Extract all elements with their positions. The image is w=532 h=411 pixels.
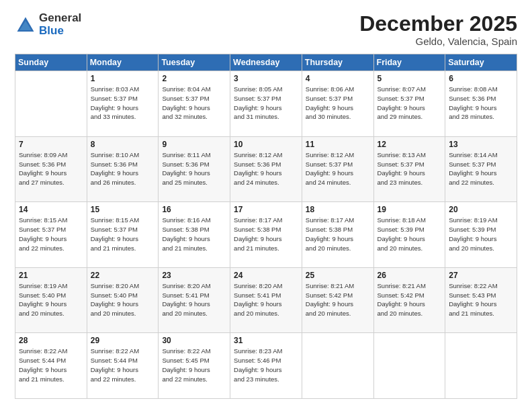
calendar-cell: 23Sunrise: 8:20 AM Sunset: 5:41 PM Dayli… <box>159 267 230 333</box>
day-of-week-header: Thursday <box>302 54 373 71</box>
logo-general: General <box>39 12 81 25</box>
day-detail: Sunrise: 8:22 AM Sunset: 5:45 PM Dayligh… <box>162 347 226 383</box>
day-number: 8 <box>91 140 155 149</box>
calendar-cell <box>373 333 445 399</box>
day-detail: Sunrise: 8:23 AM Sunset: 5:46 PM Dayligh… <box>234 347 298 383</box>
day-number: 3 <box>234 74 298 83</box>
calendar-cell: 28Sunrise: 8:22 AM Sunset: 5:44 PM Dayli… <box>15 333 87 399</box>
day-number: 19 <box>378 205 442 214</box>
day-number: 9 <box>162 140 226 149</box>
day-of-week-header: Sunday <box>15 54 87 71</box>
day-of-week-header: Tuesday <box>159 54 230 71</box>
day-detail: Sunrise: 8:21 AM Sunset: 5:42 PM Dayligh… <box>306 281 370 318</box>
day-of-week-header: Wednesday <box>230 54 302 71</box>
day-number: 14 <box>19 205 83 214</box>
day-number: 12 <box>378 140 442 149</box>
calendar-cell: 18Sunrise: 8:17 AM Sunset: 5:38 PM Dayli… <box>302 202 373 268</box>
logo-icon <box>15 15 36 36</box>
calendar-body: 1Sunrise: 8:03 AM Sunset: 5:37 PM Daylig… <box>15 71 517 399</box>
calendar-cell: 6Sunrise: 8:08 AM Sunset: 5:36 PM Daylig… <box>445 71 517 137</box>
day-number: 6 <box>449 74 513 83</box>
day-detail: Sunrise: 8:07 AM Sunset: 5:37 PM Dayligh… <box>378 85 442 122</box>
calendar-cell: 20Sunrise: 8:19 AM Sunset: 5:39 PM Dayli… <box>445 202 517 268</box>
logo-blue: Blue <box>39 25 81 38</box>
calendar-cell: 13Sunrise: 8:14 AM Sunset: 5:37 PM Dayli… <box>445 136 517 202</box>
calendar-cell: 1Sunrise: 8:03 AM Sunset: 5:37 PM Daylig… <box>87 71 159 137</box>
title-month: December 2025 <box>359 12 517 36</box>
calendar-cell: 27Sunrise: 8:22 AM Sunset: 5:43 PM Dayli… <box>445 267 517 333</box>
calendar-cell: 12Sunrise: 8:13 AM Sunset: 5:37 PM Dayli… <box>373 136 445 202</box>
day-number: 31 <box>234 336 298 345</box>
day-number: 18 <box>306 205 370 214</box>
logo-text: General Blue <box>39 12 81 37</box>
calendar-week-row: 28Sunrise: 8:22 AM Sunset: 5:44 PM Dayli… <box>15 333 517 399</box>
page: General Blue December 2025 Geldo, Valenc… <box>0 0 532 411</box>
calendar-week-row: 7Sunrise: 8:09 AM Sunset: 5:36 PM Daylig… <box>15 136 517 202</box>
calendar-cell: 2Sunrise: 8:04 AM Sunset: 5:37 PM Daylig… <box>159 71 230 137</box>
day-number: 1 <box>91 74 155 83</box>
day-of-week-header: Saturday <box>445 54 517 71</box>
calendar-cell: 14Sunrise: 8:15 AM Sunset: 5:37 PM Dayli… <box>15 202 87 268</box>
calendar-week-row: 14Sunrise: 8:15 AM Sunset: 5:37 PM Dayli… <box>15 202 517 268</box>
day-number: 11 <box>306 140 370 149</box>
calendar-cell: 5Sunrise: 8:07 AM Sunset: 5:37 PM Daylig… <box>373 71 445 137</box>
day-detail: Sunrise: 8:08 AM Sunset: 5:36 PM Dayligh… <box>449 85 513 122</box>
calendar-cell: 31Sunrise: 8:23 AM Sunset: 5:46 PM Dayli… <box>230 333 302 399</box>
day-detail: Sunrise: 8:06 AM Sunset: 5:37 PM Dayligh… <box>306 85 370 122</box>
logo: General Blue <box>15 12 81 37</box>
day-detail: Sunrise: 8:22 AM Sunset: 5:43 PM Dayligh… <box>449 281 513 318</box>
day-number: 21 <box>19 271 83 280</box>
day-number: 20 <box>449 205 513 214</box>
calendar-cell: 26Sunrise: 8:21 AM Sunset: 5:42 PM Dayli… <box>373 267 445 333</box>
day-number: 4 <box>306 74 370 83</box>
day-detail: Sunrise: 8:03 AM Sunset: 5:37 PM Dayligh… <box>91 85 155 122</box>
day-number: 10 <box>234 140 298 149</box>
day-number: 29 <box>91 336 155 345</box>
day-detail: Sunrise: 8:17 AM Sunset: 5:38 PM Dayligh… <box>306 216 370 253</box>
title-block: December 2025 Geldo, Valencia, Spain <box>359 12 517 47</box>
calendar-cell: 3Sunrise: 8:05 AM Sunset: 5:37 PM Daylig… <box>230 71 302 137</box>
calendar-cell <box>15 71 87 137</box>
day-detail: Sunrise: 8:21 AM Sunset: 5:42 PM Dayligh… <box>378 281 442 318</box>
day-number: 5 <box>378 74 442 83</box>
day-detail: Sunrise: 8:04 AM Sunset: 5:37 PM Dayligh… <box>162 85 226 122</box>
day-detail: Sunrise: 8:09 AM Sunset: 5:36 PM Dayligh… <box>19 150 83 187</box>
day-detail: Sunrise: 8:12 AM Sunset: 5:37 PM Dayligh… <box>306 150 370 187</box>
day-number: 26 <box>378 271 442 280</box>
day-detail: Sunrise: 8:22 AM Sunset: 5:44 PM Dayligh… <box>19 347 83 383</box>
day-number: 7 <box>19 140 83 149</box>
day-detail: Sunrise: 8:05 AM Sunset: 5:37 PM Dayligh… <box>234 85 298 122</box>
calendar-cell: 10Sunrise: 8:12 AM Sunset: 5:36 PM Dayli… <box>230 136 302 202</box>
day-of-week-header: Monday <box>87 54 159 71</box>
day-detail: Sunrise: 8:20 AM Sunset: 5:41 PM Dayligh… <box>234 281 298 318</box>
day-detail: Sunrise: 8:18 AM Sunset: 5:39 PM Dayligh… <box>378 216 442 253</box>
calendar-cell: 29Sunrise: 8:22 AM Sunset: 5:44 PM Dayli… <box>87 333 159 399</box>
day-number: 22 <box>91 271 155 280</box>
calendar-table: SundayMondayTuesdayWednesdayThursdayFrid… <box>15 54 517 399</box>
calendar-cell: 25Sunrise: 8:21 AM Sunset: 5:42 PM Dayli… <box>302 267 373 333</box>
day-detail: Sunrise: 8:17 AM Sunset: 5:38 PM Dayligh… <box>234 216 298 253</box>
calendar-week-row: 1Sunrise: 8:03 AM Sunset: 5:37 PM Daylig… <box>15 71 517 137</box>
day-detail: Sunrise: 8:19 AM Sunset: 5:39 PM Dayligh… <box>449 216 513 253</box>
day-number: 23 <box>162 271 226 280</box>
day-detail: Sunrise: 8:15 AM Sunset: 5:37 PM Dayligh… <box>91 216 155 253</box>
calendar-cell: 22Sunrise: 8:20 AM Sunset: 5:40 PM Dayli… <box>87 267 159 333</box>
calendar-cell: 21Sunrise: 8:19 AM Sunset: 5:40 PM Dayli… <box>15 267 87 333</box>
day-number: 27 <box>449 271 513 280</box>
day-detail: Sunrise: 8:11 AM Sunset: 5:36 PM Dayligh… <box>162 150 226 187</box>
calendar-cell: 16Sunrise: 8:16 AM Sunset: 5:38 PM Dayli… <box>159 202 230 268</box>
calendar-header-row: SundayMondayTuesdayWednesdayThursdayFrid… <box>15 54 517 71</box>
day-detail: Sunrise: 8:10 AM Sunset: 5:36 PM Dayligh… <box>91 150 155 187</box>
day-number: 15 <box>91 205 155 214</box>
header: General Blue December 2025 Geldo, Valenc… <box>15 12 517 47</box>
day-number: 30 <box>162 336 226 345</box>
calendar-cell: 15Sunrise: 8:15 AM Sunset: 5:37 PM Dayli… <box>87 202 159 268</box>
day-number: 28 <box>19 336 83 345</box>
day-number: 17 <box>234 205 298 214</box>
day-detail: Sunrise: 8:13 AM Sunset: 5:37 PM Dayligh… <box>378 150 442 187</box>
calendar-cell: 9Sunrise: 8:11 AM Sunset: 5:36 PM Daylig… <box>159 136 230 202</box>
day-detail: Sunrise: 8:19 AM Sunset: 5:40 PM Dayligh… <box>19 281 83 318</box>
calendar-cell: 24Sunrise: 8:20 AM Sunset: 5:41 PM Dayli… <box>230 267 302 333</box>
day-of-week-header: Friday <box>373 54 445 71</box>
calendar-cell <box>445 333 517 399</box>
